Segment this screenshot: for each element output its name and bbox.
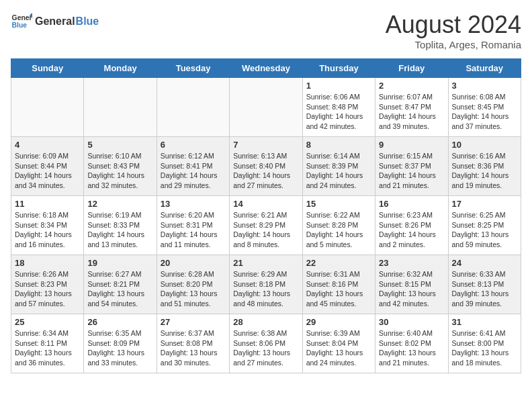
calendar-cell: 11Sunrise: 6:18 AMSunset: 8:34 PMDayligh… xyxy=(11,196,84,255)
calendar-cell xyxy=(230,78,302,137)
cell-info: Sunrise: 6:20 AMSunset: 8:31 PMDaylight:… xyxy=(161,210,226,250)
cell-info: Sunrise: 6:40 AMSunset: 8:02 PMDaylight:… xyxy=(379,328,444,368)
calendar-cell: 26Sunrise: 6:35 AMSunset: 8:09 PMDayligh… xyxy=(84,314,157,373)
calendar-cell: 20Sunrise: 6:28 AMSunset: 8:20 PMDayligh… xyxy=(157,255,229,314)
day-number: 16 xyxy=(379,199,444,209)
cell-info: Sunrise: 6:27 AMSunset: 8:21 PMDaylight:… xyxy=(87,269,152,309)
calendar-cell: 1Sunrise: 6:06 AMSunset: 8:48 PMDaylight… xyxy=(302,78,375,137)
cell-info: Sunrise: 6:22 AMSunset: 8:28 PMDaylight:… xyxy=(306,210,371,250)
day-number: 10 xyxy=(452,140,517,150)
logo: General Blue General Blue xyxy=(11,11,99,32)
cell-info: Sunrise: 6:26 AMSunset: 8:23 PMDaylight:… xyxy=(15,269,80,309)
weekday-header-tuesday: Tuesday xyxy=(157,59,229,78)
day-number: 14 xyxy=(233,199,298,209)
logo-icon: General Blue xyxy=(11,11,32,32)
cell-info: Sunrise: 6:23 AMSunset: 8:26 PMDaylight:… xyxy=(379,210,444,250)
day-number: 28 xyxy=(233,317,298,327)
day-number: 3 xyxy=(452,81,517,91)
cell-info: Sunrise: 6:38 AMSunset: 8:06 PMDaylight:… xyxy=(233,328,298,368)
cell-info: Sunrise: 6:16 AMSunset: 8:36 PMDaylight:… xyxy=(452,151,517,191)
cell-info: Sunrise: 6:31 AMSunset: 8:16 PMDaylight:… xyxy=(306,269,371,309)
cell-info: Sunrise: 6:35 AMSunset: 8:09 PMDaylight:… xyxy=(87,328,152,368)
calendar-cell: 6Sunrise: 6:12 AMSunset: 8:41 PMDaylight… xyxy=(157,137,229,196)
calendar-cell: 10Sunrise: 6:16 AMSunset: 8:36 PMDayligh… xyxy=(448,137,521,196)
calendar-cell: 8Sunrise: 6:14 AMSunset: 8:39 PMDaylight… xyxy=(302,137,375,196)
month-year: August 2024 xyxy=(386,11,521,39)
calendar-table: SundayMondayTuesdayWednesdayThursdayFrid… xyxy=(11,58,521,373)
day-number: 15 xyxy=(306,199,371,209)
weekday-header-friday: Friday xyxy=(375,59,448,78)
calendar-cell: 17Sunrise: 6:25 AMSunset: 8:25 PMDayligh… xyxy=(448,196,521,255)
day-number: 24 xyxy=(452,258,517,268)
day-number: 27 xyxy=(161,317,226,327)
cell-info: Sunrise: 6:34 AMSunset: 8:11 PMDaylight:… xyxy=(15,328,80,368)
calendar-cell: 23Sunrise: 6:32 AMSunset: 8:15 PMDayligh… xyxy=(375,255,448,314)
day-number: 7 xyxy=(233,140,298,150)
calendar-cell: 25Sunrise: 6:34 AMSunset: 8:11 PMDayligh… xyxy=(11,314,84,373)
weekday-header-saturday: Saturday xyxy=(448,59,521,78)
cell-info: Sunrise: 6:13 AMSunset: 8:40 PMDaylight:… xyxy=(233,151,298,191)
calendar-cell: 15Sunrise: 6:22 AMSunset: 8:28 PMDayligh… xyxy=(302,196,375,255)
day-number: 21 xyxy=(233,258,298,268)
calendar-cell: 3Sunrise: 6:08 AMSunset: 8:45 PMDaylight… xyxy=(448,78,521,137)
calendar-cell: 30Sunrise: 6:40 AMSunset: 8:02 PMDayligh… xyxy=(375,314,448,373)
cell-info: Sunrise: 6:08 AMSunset: 8:45 PMDaylight:… xyxy=(452,92,517,132)
day-number: 18 xyxy=(15,258,80,268)
calendar-cell: 22Sunrise: 6:31 AMSunset: 8:16 PMDayligh… xyxy=(302,255,375,314)
cell-info: Sunrise: 6:09 AMSunset: 8:44 PMDaylight:… xyxy=(15,151,80,191)
calendar-cell: 18Sunrise: 6:26 AMSunset: 8:23 PMDayligh… xyxy=(11,255,84,314)
day-number: 1 xyxy=(306,81,371,91)
cell-info: Sunrise: 6:25 AMSunset: 8:25 PMDaylight:… xyxy=(452,210,517,250)
cell-info: Sunrise: 6:12 AMSunset: 8:41 PMDaylight:… xyxy=(161,151,226,191)
weekday-header-wednesday: Wednesday xyxy=(230,59,302,78)
calendar-cell: 29Sunrise: 6:39 AMSunset: 8:04 PMDayligh… xyxy=(302,314,375,373)
cell-info: Sunrise: 6:10 AMSunset: 8:43 PMDaylight:… xyxy=(87,151,152,191)
cell-info: Sunrise: 6:15 AMSunset: 8:37 PMDaylight:… xyxy=(379,151,444,191)
day-number: 12 xyxy=(87,199,152,209)
calendar-cell xyxy=(157,78,229,137)
day-number: 5 xyxy=(87,140,152,150)
logo-general: General xyxy=(35,15,75,28)
calendar-cell: 2Sunrise: 6:07 AMSunset: 8:47 PMDaylight… xyxy=(375,78,448,137)
calendar-cell: 12Sunrise: 6:19 AMSunset: 8:33 PMDayligh… xyxy=(84,196,157,255)
cell-info: Sunrise: 6:21 AMSunset: 8:29 PMDaylight:… xyxy=(233,210,298,250)
cell-info: Sunrise: 6:33 AMSunset: 8:13 PMDaylight:… xyxy=(452,269,517,309)
day-number: 2 xyxy=(379,81,444,91)
day-number: 30 xyxy=(379,317,444,327)
location: Toplita, Arges, Romania xyxy=(386,39,521,50)
cell-info: Sunrise: 6:41 AMSunset: 8:00 PMDaylight:… xyxy=(452,328,517,368)
weekday-header-sunday: Sunday xyxy=(11,59,84,78)
day-number: 25 xyxy=(15,317,80,327)
calendar-cell: 28Sunrise: 6:38 AMSunset: 8:06 PMDayligh… xyxy=(230,314,302,373)
calendar-cell: 19Sunrise: 6:27 AMSunset: 8:21 PMDayligh… xyxy=(84,255,157,314)
day-number: 8 xyxy=(306,140,371,150)
calendar-cell: 16Sunrise: 6:23 AMSunset: 8:26 PMDayligh… xyxy=(375,196,448,255)
day-number: 13 xyxy=(161,199,226,209)
weekday-header-thursday: Thursday xyxy=(302,59,375,78)
day-number: 26 xyxy=(87,317,152,327)
calendar-cell: 4Sunrise: 6:09 AMSunset: 8:44 PMDaylight… xyxy=(11,137,84,196)
cell-info: Sunrise: 6:39 AMSunset: 8:04 PMDaylight:… xyxy=(306,328,371,368)
calendar-cell xyxy=(84,78,157,137)
day-number: 31 xyxy=(452,317,517,327)
cell-info: Sunrise: 6:14 AMSunset: 8:39 PMDaylight:… xyxy=(306,151,371,191)
cell-info: Sunrise: 6:32 AMSunset: 8:15 PMDaylight:… xyxy=(379,269,444,309)
day-number: 4 xyxy=(15,140,80,150)
day-number: 19 xyxy=(87,258,152,268)
calendar-cell: 31Sunrise: 6:41 AMSunset: 8:00 PMDayligh… xyxy=(448,314,521,373)
cell-info: Sunrise: 6:18 AMSunset: 8:34 PMDaylight:… xyxy=(15,210,80,250)
day-number: 17 xyxy=(452,199,517,209)
title-area: August 2024 Toplita, Arges, Romania xyxy=(386,11,521,50)
weekday-header-monday: Monday xyxy=(84,59,157,78)
day-number: 9 xyxy=(379,140,444,150)
day-number: 6 xyxy=(161,140,226,150)
day-number: 23 xyxy=(379,258,444,268)
day-number: 20 xyxy=(161,258,226,268)
cell-info: Sunrise: 6:28 AMSunset: 8:20 PMDaylight:… xyxy=(161,269,226,309)
day-number: 11 xyxy=(15,199,80,209)
cell-info: Sunrise: 6:29 AMSunset: 8:18 PMDaylight:… xyxy=(233,269,298,309)
calendar-cell: 14Sunrise: 6:21 AMSunset: 8:29 PMDayligh… xyxy=(230,196,302,255)
day-number: 22 xyxy=(306,258,371,268)
calendar-cell: 21Sunrise: 6:29 AMSunset: 8:18 PMDayligh… xyxy=(230,255,302,314)
cell-info: Sunrise: 6:06 AMSunset: 8:48 PMDaylight:… xyxy=(306,92,371,132)
